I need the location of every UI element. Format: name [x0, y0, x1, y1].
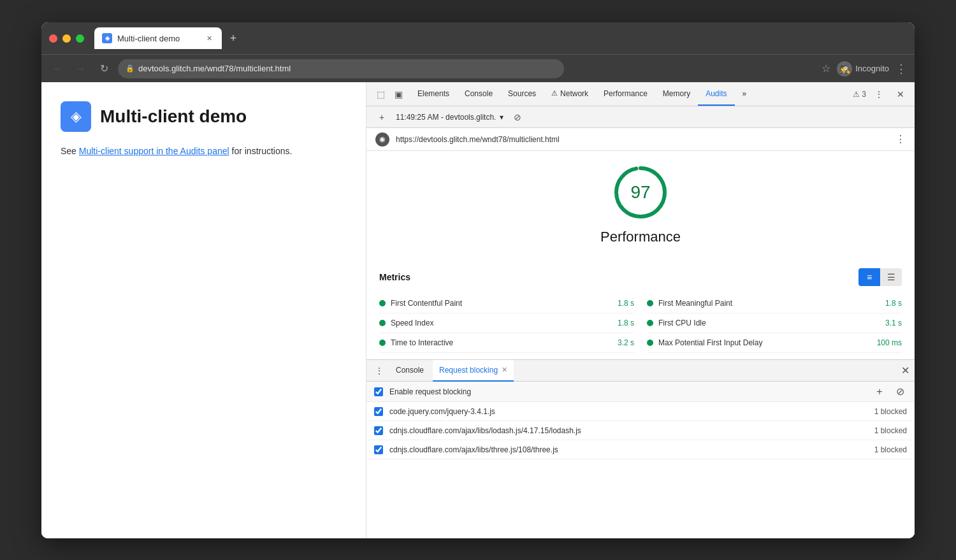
bottom-tab-request-blocking[interactable]: Request blocking ✕ — [433, 360, 514, 382]
blocked-item-3-status: 1 blocked — [874, 445, 907, 454]
blocked-item-2-checkbox[interactable] — [374, 426, 383, 435]
blocked-item-1-status: 1 blocked — [874, 407, 907, 416]
tab-console[interactable]: Console — [457, 82, 500, 106]
metric-name-fci: First CPU Idle — [658, 319, 880, 327]
blocked-item-1-url: code.jquery.com/jquery-3.4.1.js — [389, 407, 868, 416]
enable-request-blocking-header: Enable request blocking + ⊘ — [366, 382, 915, 402]
add-pattern-button[interactable]: + — [873, 385, 887, 399]
devtools-tabs: Elements Console Sources ⚠ Network Perfo… — [410, 82, 754, 106]
enable-request-blocking-label: Enable request blocking — [389, 387, 866, 396]
address-bar: ← → ↻ 🔒 devtools.glitch.me/wndt78/multic… — [41, 54, 915, 82]
tab-title: Multi-client demo — [117, 34, 180, 43]
bottom-tab-console[interactable]: Console — [389, 360, 430, 382]
request-blocking-panel: Enable request blocking + ⊘ code.jquery.… — [366, 382, 915, 538]
metric-value-fcp: 1.8 s — [618, 299, 634, 308]
bottom-panel-close-button[interactable]: ✕ — [901, 364, 909, 377]
blocked-item-3-checkbox[interactable] — [374, 445, 383, 454]
blocked-item-3-url: cdnjs.cloudflare.com/ajax/libs/three.js/… — [389, 445, 868, 454]
metric-tti: Time to Interactive 3.2 s — [379, 333, 634, 353]
bottom-tab-bar: ⋮ Console Request blocking ✕ ✕ — [366, 360, 915, 382]
metrics-right-col: First Meaningful Paint 1.8 s First CPU I… — [647, 294, 902, 353]
tab-close-button[interactable]: ✕ — [204, 33, 214, 43]
desc-suffix: for instructions. — [229, 146, 293, 156]
menu-icon[interactable]: ⋮ — [895, 62, 907, 76]
back-button[interactable]: ← — [49, 60, 67, 78]
metric-value-tti: 3.2 s — [618, 338, 634, 347]
page-header: ◈ Multi-client demo — [61, 101, 347, 132]
audit-avatar: ◉ — [375, 133, 389, 147]
maximize-traffic-light[interactable] — [76, 34, 84, 43]
devtools-toolbar-right: ⚠ 3 ⋮ ✕ — [853, 85, 909, 103]
new-tab-button[interactable]: + — [224, 29, 242, 47]
device-toggle-button[interactable]: ▣ — [389, 85, 407, 103]
star-icon[interactable]: ☆ — [822, 62, 830, 75]
metric-name-fmp: First Meaningful Paint — [658, 299, 880, 308]
score-number: 97 — [630, 182, 650, 203]
new-audit-button[interactable]: + — [373, 108, 391, 126]
metric-dot-tti — [379, 340, 386, 346]
metric-dot-fci — [647, 320, 653, 326]
request-blocking-close[interactable]: ✕ — [502, 366, 507, 374]
metrics-left-col: First Contentful Paint 1.8 s Speed Index… — [379, 294, 634, 353]
request-blocking-label: Request blocking — [439, 366, 498, 375]
tab-performance[interactable]: Performance — [596, 82, 655, 106]
bottom-tab-menu-button[interactable]: ⋮ — [372, 363, 387, 378]
page-title: Multi-client demo — [100, 106, 247, 127]
blocked-item-3: cdnjs.cloudflare.com/ajax/libs/three.js/… — [366, 440, 915, 459]
network-warning-icon: ⚠ — [551, 89, 558, 97]
list-view-button[interactable]: ≡ — [858, 268, 880, 286]
devtools-close-button[interactable]: ✕ — [892, 85, 909, 103]
blocked-item-2-url: cdnjs.cloudflare.com/ajax/libs/lodash.js… — [389, 426, 868, 435]
tab-network[interactable]: ⚠ Network — [544, 82, 596, 106]
devtools-panel: ⬚ ▣ Elements Console Sources ⚠ Network P… — [366, 82, 915, 538]
score-label: Performance — [600, 229, 681, 245]
webpage-content: ◈ Multi-client demo See Multi-client sup… — [41, 82, 366, 538]
url-bar[interactable]: 🔒 devtools.glitch.me/wndt78/multiclient.… — [118, 59, 564, 78]
browser-tab[interactable]: ◈ Multi-client demo ✕ — [94, 27, 222, 49]
minimize-traffic-light[interactable] — [62, 34, 71, 43]
traffic-lights — [49, 34, 84, 43]
lock-icon: 🔒 — [126, 64, 134, 73]
blocked-item-1-checkbox[interactable] — [374, 407, 383, 416]
audits-link[interactable]: Multi-client support in the Audits panel — [79, 146, 229, 156]
tab-elements[interactable]: Elements — [410, 82, 457, 106]
warning-icon: ⚠ — [853, 90, 860, 99]
incognito-icon: 🕵 — [837, 61, 852, 76]
metric-value-mpfid: 100 ms — [877, 338, 902, 347]
audit-url-row: ◉ https://devtools.glitch.me/wndt78/mult… — [366, 128, 915, 151]
grid-view-button[interactable]: ☰ — [880, 268, 902, 286]
close-traffic-light[interactable] — [49, 34, 57, 43]
audit-settings-button[interactable]: ⊘ — [509, 108, 526, 126]
audit-more-button[interactable]: ⋮ — [895, 133, 906, 145]
enable-request-blocking-checkbox[interactable] — [374, 387, 383, 396]
warning-count: 3 — [862, 90, 866, 99]
metrics-grid: First Contentful Paint 1.8 s Speed Index… — [379, 294, 902, 353]
metric-dot-fmp — [647, 300, 653, 306]
metric-value-fci: 3.1 s — [885, 319, 902, 327]
metrics-title: Metrics — [379, 272, 858, 282]
url-text: devtools.glitch.me/wndt78/multiclient.ht… — [138, 64, 291, 73]
dropdown-chevron: ▾ — [500, 113, 503, 122]
page-description: See Multi-client support in the Audits p… — [61, 145, 347, 158]
devtools-more-button[interactable]: ⋮ — [870, 85, 888, 103]
score-section: 97 Performance — [366, 151, 915, 268]
audit-session-selector[interactable]: 11:49:25 AM - devtools.glitch. ▾ — [396, 113, 503, 122]
content-area: ◈ Multi-client demo See Multi-client sup… — [41, 82, 915, 538]
metric-mpfid: Max Potential First Input Delay 100 ms — [647, 333, 902, 353]
tab-sources[interactable]: Sources — [500, 82, 544, 106]
metrics-section: Metrics ≡ ☰ First Contentful Paint 1.8 s — [366, 268, 915, 359]
clear-patterns-button[interactable]: ⊘ — [893, 385, 907, 399]
metric-dot-fcp — [379, 300, 386, 306]
browser-window: ◈ Multi-client demo ✕ + ← → ↻ 🔒 devtools… — [41, 22, 915, 538]
tab-memory[interactable]: Memory — [655, 82, 698, 106]
tab-audits[interactable]: Audits — [698, 82, 734, 106]
forward-button[interactable]: → — [72, 60, 90, 78]
incognito-label: Incognito — [855, 64, 889, 73]
tab-more[interactable]: » — [735, 82, 755, 106]
reload-button[interactable]: ↻ — [95, 60, 113, 78]
metric-fci: First CPU Idle 3.1 s — [647, 313, 902, 333]
metric-value-fmp: 1.8 s — [885, 299, 902, 308]
inspect-element-button[interactable]: ⬚ — [372, 85, 389, 103]
metric-value-si: 1.8 s — [618, 319, 634, 327]
warning-badge: ⚠ 3 — [853, 90, 866, 99]
